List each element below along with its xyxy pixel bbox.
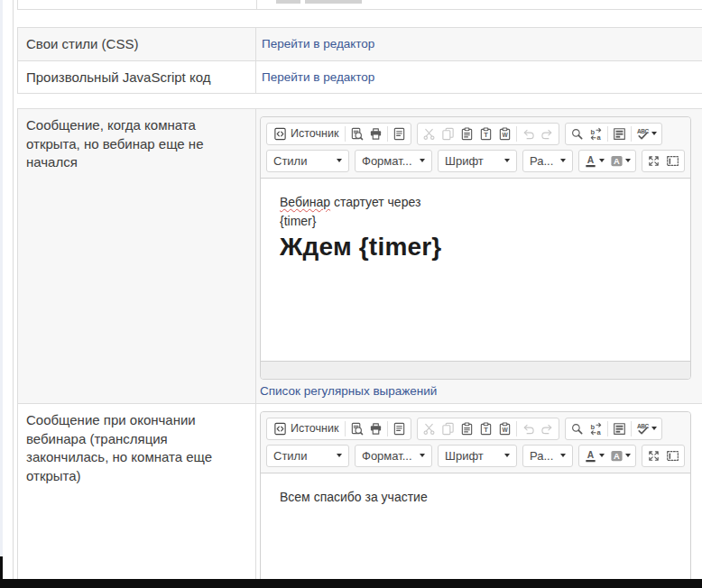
replace-button[interactable]: [587, 124, 605, 143]
show-blocks-button[interactable]: [663, 446, 682, 465]
font-size-combo-label: Ра...: [530, 449, 553, 463]
source-icon: [273, 422, 287, 436]
find-button[interactable]: [568, 419, 587, 438]
redo-icon: [540, 127, 554, 141]
copy-button[interactable]: [439, 124, 457, 143]
chevron-down-icon: [504, 159, 510, 162]
undo-button[interactable]: [519, 124, 538, 143]
cut-button[interactable]: [420, 124, 439, 143]
message-editor-cell: Источник Стили Формат...: [256, 109, 702, 403]
background-color-icon: [610, 449, 623, 463]
toolbar-group-tools: [642, 150, 685, 172]
preview-button[interactable]: [347, 419, 366, 438]
print-button[interactable]: [366, 124, 385, 143]
chevron-down-icon: [337, 159, 342, 162]
chevron-down-icon: [420, 159, 425, 162]
truncated-top-row: [17, 0, 702, 10]
format-combo[interactable]: Формат...: [355, 445, 432, 467]
misspelled-word: Вебинар: [280, 195, 330, 209]
font-size-combo[interactable]: Ра...: [522, 445, 573, 467]
toolbar-group-clipboard: [417, 123, 559, 145]
format-combo[interactable]: Формат...: [355, 150, 432, 172]
select-all-button[interactable]: [610, 124, 629, 143]
source-button[interactable]: Источник: [269, 419, 343, 438]
paste-icon: [460, 422, 474, 436]
source-button-label: Источник: [291, 127, 338, 140]
toolbar-group-document: Источник: [266, 418, 411, 440]
paste-icon: [460, 127, 474, 141]
editor-content-area[interactable]: Вебинар стартует через {timer} Ждем {tim…: [261, 179, 690, 361]
toolbar-group-editing: [565, 123, 662, 145]
font-combo[interactable]: Шрифт: [438, 150, 517, 172]
paste-from-word-button[interactable]: [495, 124, 514, 143]
js-editor-link[interactable]: Перейти в редактор: [262, 70, 374, 84]
select-all-icon: [613, 422, 626, 436]
paste-plain-text-button[interactable]: [476, 124, 495, 143]
replace-button[interactable]: [587, 419, 605, 438]
paste-plain-text-icon: [479, 127, 493, 141]
templates-icon: [393, 422, 406, 436]
print-button[interactable]: [366, 419, 385, 438]
chevron-down-icon: [337, 454, 342, 457]
styles-combo[interactable]: Стили: [266, 150, 349, 172]
format-combo-label: Формат...: [362, 449, 412, 463]
background-color-icon: [610, 154, 623, 168]
preview-icon: [350, 127, 364, 141]
replace-icon: [589, 422, 603, 436]
redo-button[interactable]: [538, 419, 557, 438]
text-color-button[interactable]: [581, 152, 607, 170]
table-row: Сообщение, когда комната открыта, но веб…: [18, 109, 702, 403]
column-divider: [256, 0, 257, 9]
spellcheck-button[interactable]: [633, 124, 660, 143]
cut-button[interactable]: [420, 419, 439, 438]
maximize-button[interactable]: [644, 446, 663, 465]
toolbar-row-2: Стили Формат... Шрифт Ра...: [266, 443, 685, 468]
paste-plain-text-button[interactable]: [476, 419, 495, 438]
cut-icon: [422, 422, 436, 436]
editor-content-area[interactable]: Всем спасибо за участие: [261, 473, 690, 588]
templates-button[interactable]: [390, 419, 409, 438]
chevron-down-icon: [625, 159, 631, 162]
paste-button[interactable]: [457, 419, 476, 438]
paste-from-word-button[interactable]: [495, 419, 514, 438]
source-button[interactable]: Источник: [269, 124, 343, 143]
format-combo-label: Формат...: [362, 154, 412, 168]
redo-button[interactable]: [538, 124, 557, 143]
find-button[interactable]: [568, 124, 587, 143]
partial-input-field[interactable]: [305, 0, 362, 4]
show-blocks-button[interactable]: [663, 152, 682, 170]
spellcheck-button[interactable]: [633, 419, 660, 438]
editor-paragraph: Всем спасибо за участие: [280, 488, 671, 507]
undo-button[interactable]: [519, 419, 538, 438]
css-editor-link[interactable]: Перейти в редактор: [262, 37, 374, 51]
editor-heading: Ждем {timer}: [280, 237, 671, 256]
toolbar-separator: [387, 421, 388, 436]
chevron-down-icon: [560, 159, 566, 162]
font-size-combo[interactable]: Ра...: [522, 150, 573, 172]
setting-label-css: Свои стили (CSS): [18, 28, 256, 60]
templates-button[interactable]: [390, 124, 409, 143]
partial-button[interactable]: [276, 0, 300, 4]
templates-icon: [393, 127, 406, 141]
paste-button[interactable]: [457, 124, 476, 143]
editor-status-bar: [261, 361, 690, 379]
preview-button[interactable]: [347, 124, 366, 143]
chevron-down-icon: [599, 454, 605, 457]
styles-combo[interactable]: Стили: [266, 445, 349, 467]
copy-icon: [441, 127, 455, 141]
background-color-button[interactable]: [607, 446, 633, 465]
source-icon: [273, 127, 287, 141]
maximize-button[interactable]: [644, 152, 663, 170]
copy-button[interactable]: [439, 419, 457, 438]
regex-list-link[interactable]: Список регулярных выражений: [260, 384, 437, 398]
font-size-combo-label: Ра...: [530, 154, 553, 168]
toolbar-group-clipboard: [417, 418, 559, 440]
text-color-button[interactable]: [581, 446, 607, 465]
toolbar-group-colors: [578, 445, 636, 467]
font-combo-label: Шрифт: [445, 449, 484, 463]
chevron-down-icon: [625, 454, 631, 457]
font-combo[interactable]: Шрифт: [438, 445, 517, 467]
replace-icon: [589, 127, 603, 141]
select-all-button[interactable]: [610, 419, 629, 438]
background-color-button[interactable]: [607, 152, 633, 170]
